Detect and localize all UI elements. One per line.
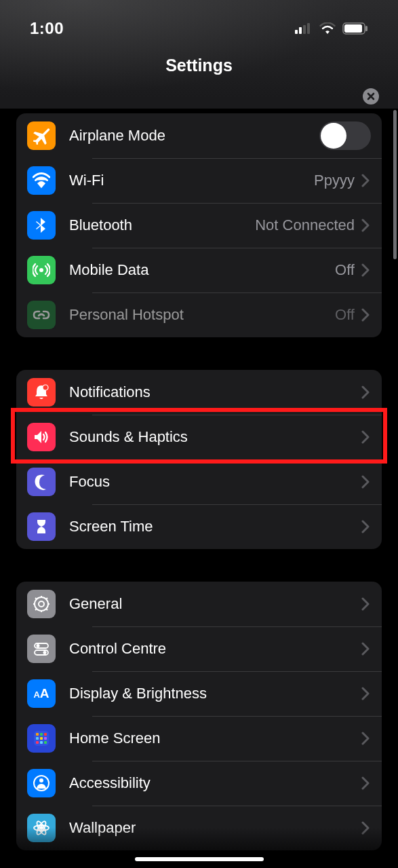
moon-icon [27,468,56,496]
row-label: Wi-Fi [69,172,314,189]
settings-group: NotificationsSounds & HapticsFocusScreen… [16,370,382,549]
row-mobile[interactable]: Mobile DataOff [16,248,382,293]
row-label: Screen Time [69,518,361,535]
chevron-right-icon [361,174,371,187]
link-icon [27,301,56,329]
row-label: Bluetooth [69,216,255,234]
gear-icon [27,590,56,618]
chevron-right-icon [361,219,371,232]
status-time: 1:00 [30,19,64,38]
antenna-icon [27,256,56,284]
row-label: Control Centre [69,640,361,658]
chevron-right-icon [361,642,371,656]
svg-rect-5 [344,24,362,33]
row-wifi[interactable]: Wi-FiPpyyy [16,158,382,203]
chevron-right-icon [361,732,371,745]
row-label: Focus [69,473,361,491]
row-homescreen[interactable]: Home Screen [16,716,382,761]
settings-group: Airplane ModeWi-FiPpyyyBluetoothNot Conn… [16,113,382,337]
row-label: Display & Brightness [69,685,361,702]
chevron-right-icon [361,821,371,835]
svg-rect-1 [299,27,302,34]
row-value: Off [335,261,355,279]
cellular-icon [295,23,313,34]
row-label: Airplane Mode [69,127,319,145]
settings-content: Airplane ModeWi-FiPpyyyBluetoothNot Conn… [0,113,398,850]
chevron-right-icon [361,263,371,277]
row-notifications[interactable]: Notifications [16,370,382,415]
airplane-toggle[interactable] [319,121,371,150]
svg-rect-6 [365,26,367,31]
row-display[interactable]: Display & Brightness [16,671,382,716]
row-controlcentre[interactable]: Control Centre [16,626,382,671]
svg-rect-3 [307,23,310,34]
row-wallpaper[interactable]: Wallpaper [16,806,382,850]
scroll-indicator[interactable] [393,110,397,259]
close-icon [367,92,375,100]
row-label: Notifications [69,383,361,401]
wifi-status-icon [319,22,336,35]
row-sounds[interactable]: Sounds & Haptics [16,415,382,459]
svg-rect-2 [303,25,306,34]
row-general[interactable]: General [16,582,382,626]
switches-icon [27,635,56,663]
row-label: Sounds & Haptics [69,428,361,446]
row-label: General [69,595,361,613]
row-bluetooth[interactable]: BluetoothNot Connected [16,203,382,248]
status-bar: 1:00 [0,0,398,41]
chevron-right-icon [361,308,371,322]
settings-group: GeneralControl CentreDisplay & Brightnes… [16,582,382,850]
aa-icon [27,679,56,708]
svg-rect-0 [295,30,298,34]
row-screentime[interactable]: Screen Time [16,504,382,549]
home-indicator[interactable] [135,857,264,861]
row-label: Home Screen [69,730,361,747]
row-hotspot: Personal HotspotOff [16,293,382,337]
row-label: Wallpaper [69,819,361,837]
speaker-icon [27,423,56,451]
row-value: Not Connected [255,216,355,234]
flower-icon [27,814,56,842]
row-label: Accessibility [69,774,361,792]
row-value: Ppyyy [314,172,355,189]
bluetooth-icon [27,211,56,240]
chevron-right-icon [361,430,371,444]
chevron-right-icon [361,520,371,533]
chevron-right-icon [361,475,371,489]
row-value: Off [335,306,355,324]
page-title: Settings [0,56,398,75]
wifi-icon [27,166,56,195]
row-label: Personal Hotspot [69,306,335,324]
chevron-right-icon [361,597,371,611]
row-focus[interactable]: Focus [16,459,382,504]
row-accessibility[interactable]: Accessibility [16,761,382,806]
person-icon [27,769,56,797]
chevron-right-icon [361,385,371,399]
row-airplane[interactable]: Airplane Mode [16,113,382,158]
title-bar: Settings [0,41,398,98]
bell-icon [27,378,56,407]
close-button[interactable] [363,88,379,105]
chevron-right-icon [361,687,371,700]
status-icons [295,22,368,35]
hourglass-icon [27,512,56,541]
grid-icon [27,724,56,753]
row-label: Mobile Data [69,261,335,279]
chevron-right-icon [361,776,371,790]
battery-icon [342,22,368,35]
airplane-icon [27,121,56,150]
